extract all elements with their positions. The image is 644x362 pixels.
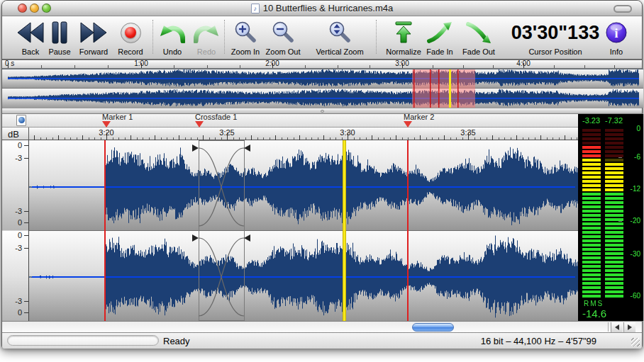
resize-grip[interactable]: [631, 338, 640, 346]
title-bar[interactable]: ♪ 10 Butterflies & Hurricanes.m4a: [2, 1, 642, 16]
meter-segment-left: [582, 150, 601, 153]
meter-segment-right: [605, 282, 623, 285]
meter-segment-left: [582, 235, 601, 238]
meter-segment-left: [582, 159, 601, 162]
meter-segment-left: [582, 290, 601, 293]
meter-scale-label: -20: [622, 217, 640, 225]
pane-splitter[interactable]: [2, 108, 642, 114]
crossfade-overlay[interactable]: [29, 140, 578, 321]
arrow-right-icon: [628, 324, 632, 330]
meter-segment-right: [605, 146, 623, 149]
crossfade-box[interactable]: [199, 141, 245, 321]
overview-ruler-minor-tick: [305, 65, 306, 68]
vertical-zoom-button[interactable]: Vertical Zoom: [306, 18, 374, 59]
marker-row[interactable]: Marker 1Crossfade 1Marker 2: [2, 114, 578, 128]
main-ruler-tick: [565, 135, 565, 140]
meter-segment-right: [605, 222, 623, 225]
meter-segment-right: [605, 261, 623, 264]
db-scale-label: 0: [4, 141, 22, 149]
music-note-document-icon: ♪: [251, 4, 260, 13]
marker-flag-icon[interactable]: [102, 121, 111, 128]
meter-segment-left: [582, 129, 601, 132]
audio-file-icon[interactable]: [16, 115, 26, 126]
meter-segment-right: [605, 201, 623, 204]
meter-segment-right: [605, 244, 623, 247]
meter-segment-left: [582, 248, 601, 251]
splitter-handle-icon[interactable]: [321, 110, 324, 113]
meter-scale-tick: [618, 157, 622, 158]
meter-scale-tick: [618, 221, 622, 222]
meter-segment-right: [605, 197, 623, 200]
crossfade-fadein-curve-ch1: [199, 148, 244, 226]
close-button[interactable]: [18, 4, 27, 13]
overview-ruler-minor-tick: [433, 65, 433, 68]
marker-flag-icon[interactable]: [195, 121, 204, 128]
info-button[interactable]: i Info: [596, 18, 636, 59]
main-ruler-tick: [372, 135, 372, 140]
meter-segment-right: [605, 167, 623, 170]
db-scale-tick: [24, 145, 28, 146]
overview-waveform-canvas[interactable]: [2, 69, 643, 108]
overview-ruler-minor-tick: [463, 65, 464, 68]
horizontal-scrollbar[interactable]: [2, 321, 642, 332]
meter-segment-left: [582, 256, 601, 259]
main-ruler-tick: [58, 135, 59, 140]
scroll-right-button[interactable]: [623, 322, 635, 332]
meter-segment-left: [582, 154, 601, 157]
meter-segment-left: [582, 227, 601, 230]
db-scale-tick: [24, 301, 28, 302]
crossfade-left-handle-icon[interactable]: [192, 234, 199, 242]
main-ruler-tick: [251, 135, 252, 140]
meter-scale-label: -60: [622, 292, 640, 300]
meter-segment-left: [582, 201, 601, 204]
overview-ruler-minor-tick: [554, 65, 555, 68]
meter-segment-left: [582, 210, 601, 213]
toolbar: BackPauseForwardRecordUndoRedoZoom InZoo…: [2, 16, 642, 60]
overview-ruler-minor-tick: [74, 65, 75, 68]
db-scale-label: -3: [4, 207, 22, 215]
toolbar-separator: [376, 20, 377, 54]
overview-waveform[interactable]: [2, 69, 642, 108]
scroll-left-button[interactable]: [611, 322, 623, 332]
info-icon: i: [605, 18, 628, 47]
overview-time-ruler[interactable]: 0 s1:002:003:004:00: [2, 60, 642, 69]
meter-segment-right: [605, 180, 623, 183]
toolbar-separator: [224, 20, 225, 54]
overview-ruler-minor-tick: [108, 65, 109, 68]
overview-ruler-label: 4:00: [509, 60, 538, 67]
crossfade-right-handle-icon[interactable]: [244, 145, 250, 152]
zoom-button[interactable]: [42, 4, 51, 13]
meter-segment-left: [582, 205, 601, 208]
toolbar-toggle-pill[interactable]: [614, 5, 632, 13]
meter-segment-right: [605, 214, 623, 217]
meter-segment-right: [605, 239, 623, 242]
cursor-position-label: Cursor Position: [528, 47, 582, 56]
marker-flag-icon[interactable]: [404, 121, 412, 128]
main-ruler-tick: [396, 135, 396, 140]
meter-segment-right: [605, 286, 623, 289]
db-scale-tick: [24, 211, 28, 212]
main-time-ruler[interactable]: dB 3:203:253:303:35: [2, 128, 578, 140]
meter-segment-right: [605, 163, 623, 166]
overview-ruler-minor-tick: [41, 65, 42, 68]
meter-segment-left: [582, 222, 601, 225]
main-ruler-tick: [444, 135, 445, 140]
zoom-out-icon: [271, 18, 295, 47]
meter-segment-left: [582, 184, 601, 187]
overview-ruler-minor-tick: [493, 65, 494, 68]
crossfade-right-handle-icon[interactable]: [244, 234, 250, 242]
main-ruler-ticks[interactable]: 3:203:253:303:35: [29, 128, 578, 140]
db-scale-gutter: 0-3-300-3-30: [2, 140, 29, 321]
crossfade-left-handle-icon[interactable]: [192, 145, 199, 152]
main-ruler-tick: [155, 135, 155, 140]
meter-scale-label: -30: [622, 250, 640, 258]
minimize-button[interactable]: [30, 4, 39, 13]
scrollbar-thumb[interactable]: [412, 323, 454, 332]
meter-segment-left: [582, 142, 601, 145]
main-ruler-tick: [299, 135, 300, 140]
window-title-group: ♪ 10 Butterflies & Hurricanes.m4a: [2, 1, 642, 16]
db-scale-label: -3: [4, 244, 22, 252]
meter-segment-right: [605, 188, 623, 191]
main-ruler-tick: [492, 135, 493, 140]
overview-ruler-label: 1:00: [127, 60, 155, 67]
